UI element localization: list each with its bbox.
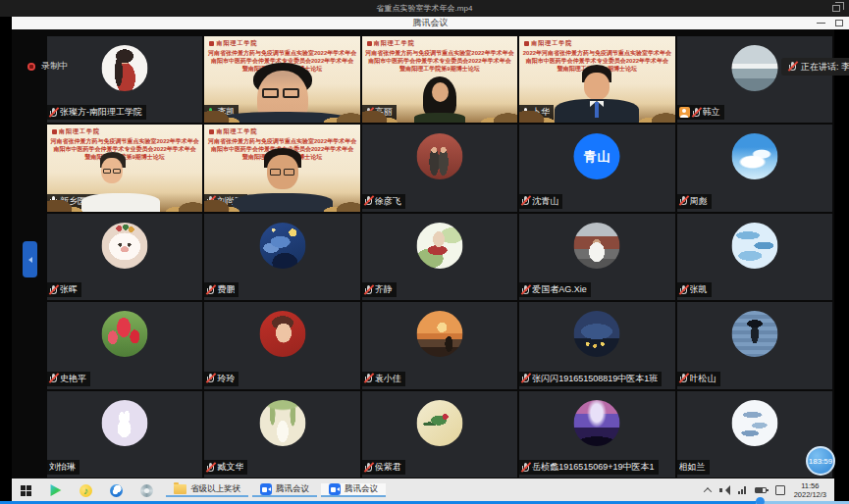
participant-tile[interactable]: 玲玲 xyxy=(204,302,359,388)
play-icon xyxy=(49,484,62,497)
participant-tile[interactable]: 费鹏 xyxy=(204,214,359,300)
active-speaker-banner: 正在讲话: 李凯 xyxy=(781,58,849,76)
participant-name: 张晖 xyxy=(60,283,78,296)
participant-tile[interactable]: 南阳理工学院 河南省张仲景方药与免疫调节重点实验室2022年学术年会南阳市中医药… xyxy=(362,36,517,123)
volume-icon[interactable] xyxy=(719,485,729,495)
start-button[interactable] xyxy=(12,479,40,502)
participant-video: 南阳理工学院 河南省张仲景方药与免疫调节重点实验室2022年学术年会南阳市中医药… xyxy=(362,36,517,123)
system-tray: 11:56 2022/12/3 xyxy=(705,479,834,502)
participant-avatar xyxy=(574,223,620,269)
meeting-timer-badge[interactable]: 183:59 xyxy=(806,446,835,476)
player-restore-icon[interactable] xyxy=(832,5,840,12)
participant-tile[interactable]: 南阳理工学院 河南省张仲景方药与免疫调节重点实验室2022年学术年会南阳市中医药… xyxy=(204,36,359,123)
participant-tile[interactable]: 南阳理工学院 河南省张仲景方药与免疫调节重点实验室2022年学术年会南阳市中医药… xyxy=(47,125,202,211)
mic-icon xyxy=(206,462,215,474)
participant-tile[interactable]: 张凯 xyxy=(677,214,832,300)
maximize-icon[interactable] xyxy=(835,20,843,26)
mic-icon xyxy=(206,284,215,296)
taskbar-clock[interactable]: 11:56 2022/12/3 xyxy=(794,481,826,499)
participant-label: 沈青山 xyxy=(519,194,562,209)
participant-tile[interactable]: 南阳理工学院 河南省张仲景方药与免疫调节重点实验室2022年学术年会南阳市中医药… xyxy=(204,125,359,211)
participant-tile[interactable]: 侯紫君 xyxy=(362,391,517,478)
participant-video: 南阳理工学院 2022年河南省张仲景方药与免疫调节重点实验室学术年会南阳市中医药… xyxy=(519,36,674,123)
participant-tile[interactable]: 袁小佳 xyxy=(362,302,517,388)
sidebar-collapse-tab[interactable] xyxy=(23,241,37,277)
utility-app-button[interactable] xyxy=(132,479,162,502)
participant-label: 徐彦飞 xyxy=(362,194,405,209)
participant-label: 玲玲 xyxy=(204,372,239,386)
mic-icon xyxy=(364,284,373,296)
taskbar-item-meeting-2[interactable]: 腾讯会议 xyxy=(321,483,386,497)
participant-tile[interactable]: 史艳平 xyxy=(47,302,202,388)
participant-avatar xyxy=(259,311,305,357)
participant-name: 臧文华 xyxy=(217,461,243,474)
participant-tile[interactable]: 刘怡琳 xyxy=(47,391,202,478)
participant-avatar xyxy=(259,223,305,269)
network-icon[interactable] xyxy=(738,486,746,494)
player-title: 省重点实验室学术年会.mp4 xyxy=(377,3,473,14)
participant-avatar xyxy=(731,133,777,179)
active-speaker-label: 正在讲话: 李凯 xyxy=(801,61,849,74)
participant-tile[interactable]: 岳桢蠡1916515069+19中医本1 xyxy=(519,391,674,478)
participant-label: 张闪闪191651508819中医本1班 xyxy=(519,372,662,386)
participant-tile[interactable]: 徐彦飞 xyxy=(362,125,517,211)
music-app-button[interactable] xyxy=(71,479,101,502)
participant-name: 沈青山 xyxy=(532,195,558,208)
mic-icon xyxy=(692,107,701,119)
media-player-button[interactable] xyxy=(40,479,71,502)
browser-icon xyxy=(110,484,123,497)
mic-icon xyxy=(206,373,215,384)
battery-icon[interactable] xyxy=(755,487,767,493)
mic-icon xyxy=(521,373,530,384)
taskbar-item-label: 腾讯会议 xyxy=(276,483,309,495)
participant-video: 南阳理工学院 河南省张仲景方药与免疫调节重点实验室2022年学术年会南阳市中医药… xyxy=(204,125,359,211)
participant-label: 侯紫君 xyxy=(362,460,405,475)
mic-icon xyxy=(679,195,688,207)
member-icon xyxy=(679,107,690,118)
participant-tile[interactable]: 齐静 xyxy=(362,214,517,300)
clock-time: 11:56 xyxy=(801,481,819,490)
participant-tile[interactable]: 臧文华 xyxy=(204,391,359,478)
participant-tile[interactable]: 叶松山 xyxy=(677,302,832,388)
mic-icon xyxy=(49,284,58,296)
participant-avatar xyxy=(416,400,462,446)
participant-avatar xyxy=(102,400,148,446)
participant-tile[interactable]: 张闪闪191651508819中医本1班 xyxy=(519,302,674,388)
participant-label: 臧文华 xyxy=(204,460,247,475)
participant-name: 史艳平 xyxy=(60,373,86,385)
meeting-title-bar: 腾讯会议 xyxy=(12,17,849,29)
participant-tile[interactable]: 张晖 xyxy=(47,214,202,300)
minimize-icon[interactable] xyxy=(817,23,825,24)
input-method-icon[interactable] xyxy=(775,485,785,495)
participant-tile[interactable]: 张璨方-南阳理工学院 xyxy=(47,36,202,123)
participant-name: 袁小佳 xyxy=(375,373,401,385)
mic-icon xyxy=(521,462,530,474)
taskbar-item-explorer[interactable]: 省级以上奖状 xyxy=(166,483,248,497)
participant-name: 侯紫君 xyxy=(375,461,401,474)
mic-icon xyxy=(679,373,688,384)
person-silhouette xyxy=(204,125,359,211)
recording-label: 录制中 xyxy=(41,60,68,73)
participant-name: 岳桢蠡1916515069+19中医本1 xyxy=(532,461,654,474)
participant-tile[interactable]: 韩立 xyxy=(677,36,832,123)
player-progress-knob[interactable] xyxy=(756,497,765,504)
tray-expand-icon[interactable] xyxy=(703,487,711,495)
folder-icon xyxy=(174,484,186,494)
participant-tile[interactable]: 南阳理工学院 2022年河南省张仲景方药与免疫调节重点实验室学术年会南阳市中医药… xyxy=(519,36,674,123)
clock-date: 2022/12/3 xyxy=(794,490,826,499)
participant-video: 南阳理工学院 河南省张仲景方药与免疫调节重点实验室2022年学术年会南阳市中医药… xyxy=(47,125,202,211)
taskbar-item-meeting-1[interactable]: 腾讯会议 xyxy=(252,483,317,497)
taskbar-item-label: 腾讯会议 xyxy=(345,483,378,495)
participant-avatar xyxy=(574,400,620,446)
participant-tile[interactable]: 青山 沈青山 xyxy=(519,125,674,211)
mic-icon xyxy=(521,195,530,207)
browser-button[interactable] xyxy=(101,479,132,502)
window-controls xyxy=(817,17,843,29)
person-silhouette xyxy=(362,36,517,123)
music-note-icon xyxy=(80,484,92,497)
participant-label: 相如兰 xyxy=(677,460,710,475)
participant-tile[interactable]: 爱国者AG.Xie xyxy=(519,214,674,300)
participant-avatar xyxy=(574,311,620,357)
participant-tile[interactable]: 周彪 xyxy=(677,125,832,211)
meeting-app-icon xyxy=(329,483,341,495)
